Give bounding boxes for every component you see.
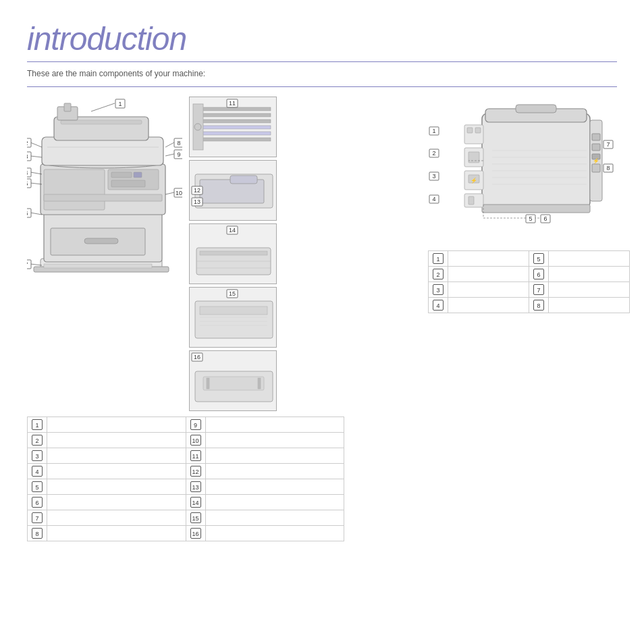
- svg-rect-55: [196, 132, 271, 135]
- svg-text:2: 2: [27, 140, 28, 146]
- svg-line-47: [165, 192, 174, 194]
- section-divider: [27, 86, 617, 87]
- svg-text:7: 7: [606, 141, 610, 148]
- svg-rect-51: [196, 107, 271, 111]
- svg-text:7: 7: [27, 261, 28, 268]
- svg-rect-9: [111, 172, 132, 178]
- table-row: 8 16: [28, 526, 344, 541]
- svg-text:4: 4: [432, 196, 435, 203]
- table-row: 4 12: [28, 464, 344, 479]
- svg-text:8: 8: [606, 165, 610, 171]
- svg-line-26: [30, 156, 42, 157]
- page-subtitle: These are the main components of your ma…: [27, 69, 617, 78]
- svg-rect-12: [44, 194, 162, 201]
- table-row: 7 15: [28, 510, 344, 526]
- svg-text:6: 6: [27, 210, 28, 217]
- front-printer-diagram: 1 2 3 4 5: [27, 97, 182, 411]
- svg-text:13: 13: [194, 198, 200, 205]
- table-row: 4 8: [429, 298, 630, 313]
- svg-text:6: 6: [543, 215, 547, 222]
- svg-rect-14: [42, 137, 163, 165]
- right-component-table: 1 5 2 6 3 7 4: [428, 250, 630, 313]
- svg-text:14: 14: [229, 227, 236, 234]
- left-component-table: 1 9 2 10 3 11 4 12: [27, 417, 344, 541]
- svg-rect-5: [84, 238, 118, 244]
- svg-point-58: [194, 124, 201, 130]
- svg-text:12: 12: [194, 187, 200, 194]
- left-component-tables: 1 9 2 10 3 11 4 12: [27, 417, 344, 541]
- svg-rect-87: [207, 378, 209, 389]
- svg-text:2: 2: [432, 150, 435, 157]
- table-row: 6 14: [28, 495, 344, 510]
- detail-box-12-13: 12 13: [189, 160, 277, 221]
- svg-rect-109: [475, 128, 481, 133]
- svg-text:5: 5: [27, 180, 28, 187]
- svg-text:3: 3: [432, 173, 435, 180]
- content-area: 1 2 3 4 5: [27, 97, 617, 411]
- table-row: 1 9: [28, 417, 344, 433]
- svg-rect-71: [200, 251, 267, 255]
- front-printer-svg: 1 2 3 4 5: [27, 97, 182, 286]
- table-row: 2 6: [429, 267, 630, 282]
- svg-line-38: [30, 264, 42, 265]
- svg-line-41: [165, 142, 174, 147]
- svg-text:3: 3: [27, 153, 28, 160]
- table-row: 5 13: [28, 479, 344, 495]
- svg-rect-78: [200, 306, 267, 315]
- svg-rect-10: [134, 172, 142, 178]
- left-section: 1 2 3 4 5: [27, 97, 414, 411]
- svg-rect-91: [482, 113, 590, 208]
- svg-rect-96: [592, 144, 600, 151]
- svg-rect-64: [230, 176, 257, 184]
- svg-text:1: 1: [118, 101, 122, 107]
- svg-rect-7: [44, 169, 105, 210]
- svg-text:5: 5: [529, 215, 532, 222]
- table-row: 1 5: [429, 251, 630, 267]
- detail-box-14: 14: [189, 223, 277, 284]
- svg-rect-93: [516, 105, 556, 113]
- svg-text:8: 8: [177, 140, 180, 146]
- svg-rect-116: [468, 196, 474, 205]
- right-section: ⚡: [428, 97, 617, 411]
- svg-rect-2: [44, 264, 152, 268]
- svg-rect-100: [482, 205, 590, 213]
- table-row: 3 7: [429, 282, 630, 298]
- svg-rect-54: [196, 126, 271, 129]
- svg-rect-53: [196, 119, 271, 123]
- svg-rect-95: [592, 134, 600, 140]
- svg-text:⚡: ⚡: [471, 177, 477, 184]
- svg-rect-19: [64, 103, 71, 111]
- svg-text:16: 16: [194, 354, 200, 360]
- svg-rect-52: [196, 113, 271, 117]
- table-row: 2 10: [28, 433, 344, 448]
- svg-text:⚡: ⚡: [593, 157, 599, 164]
- back-printer-diagram: ⚡: [428, 97, 617, 245]
- page: introduction These are the main componen…: [0, 0, 644, 644]
- svg-text:9: 9: [177, 151, 180, 158]
- svg-rect-11: [111, 180, 145, 187]
- svg-rect-56: [196, 138, 271, 141]
- svg-rect-108: [467, 128, 473, 133]
- svg-line-44: [165, 154, 174, 156]
- svg-rect-99: [592, 164, 600, 172]
- svg-rect-86: [203, 377, 264, 390]
- svg-line-23: [30, 142, 42, 147]
- svg-text:11: 11: [229, 100, 236, 107]
- svg-text:1: 1: [432, 128, 435, 134]
- svg-text:10: 10: [176, 190, 182, 196]
- back-printer-svg: ⚡: [428, 97, 617, 245]
- table-row: 3 11: [28, 448, 344, 464]
- page-title: introduction: [27, 20, 617, 62]
- svg-rect-111: [468, 152, 479, 163]
- svg-line-35: [30, 213, 42, 215]
- detail-images-column: 11 12: [189, 97, 277, 411]
- svg-rect-17: [61, 120, 142, 124]
- svg-rect-88: [258, 378, 261, 389]
- svg-line-20: [91, 103, 115, 111]
- detail-box-11: 11: [189, 97, 277, 157]
- detail-box-15: 15: [189, 287, 277, 348]
- detail-box-16: 16: [189, 350, 277, 411]
- svg-text:4: 4: [27, 169, 28, 176]
- svg-text:15: 15: [229, 290, 236, 297]
